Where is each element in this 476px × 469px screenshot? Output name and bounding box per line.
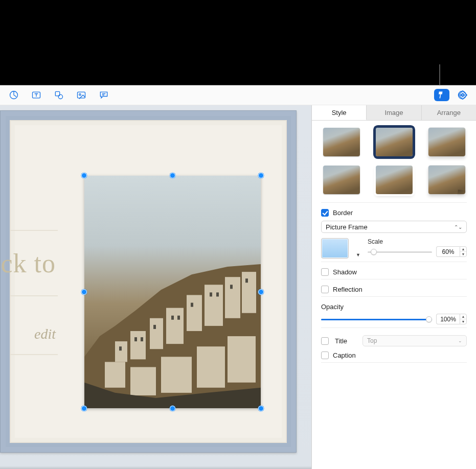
title-caption-section: Title Top ⌄ Caption — [321, 327, 467, 362]
tab-image[interactable]: Image — [367, 105, 421, 120]
title-placeholder[interactable]: ck to — [10, 230, 58, 296]
svg-rect-15 — [150, 318, 163, 349]
style-preset-6[interactable] — [428, 166, 465, 194]
chevron-updown-icon: ⌃⌄ — [454, 224, 462, 230]
svg-rect-30 — [171, 316, 174, 320]
svg-rect-16 — [166, 308, 184, 344]
scale-value[interactable]: 60% — [436, 246, 460, 257]
style-preset-4[interactable] — [323, 166, 360, 194]
resize-handle-bm[interactable] — [170, 406, 175, 411]
reflection-section: Reflection — [321, 279, 467, 296]
subtitle-text: edit — [34, 326, 56, 342]
selected-image[interactable] — [84, 176, 261, 408]
border-section: Border Picture Frame ⌃⌄ ▼ Scale — [321, 202, 467, 262]
svg-point-5 — [79, 94, 81, 96]
frame-popup-icon[interactable]: ▼ — [356, 252, 360, 257]
frame-swatch[interactable] — [321, 238, 349, 259]
style-preset-1[interactable] — [323, 128, 360, 156]
image-content — [84, 176, 261, 408]
slide-canvas[interactable]: ck to edit — [0, 105, 312, 469]
chart-icon[interactable] — [7, 88, 20, 102]
style-preset-5[interactable] — [376, 166, 413, 194]
resize-handle-ml[interactable] — [81, 289, 87, 295]
shadow-section: Shadow — [321, 262, 467, 279]
scale-label: Scale — [368, 238, 467, 245]
title-position-select[interactable]: Top ⌄ — [362, 335, 467, 346]
callout-line — [439, 64, 440, 85]
svg-rect-20 — [242, 272, 256, 313]
svg-rect-24 — [197, 346, 225, 388]
svg-rect-32 — [191, 302, 193, 307]
shadow-label: Shadow — [333, 268, 357, 276]
svg-rect-33 — [210, 292, 212, 296]
subtitle-placeholder[interactable]: edit — [10, 314, 58, 355]
svg-rect-14 — [130, 331, 146, 359]
svg-rect-35 — [230, 285, 233, 289]
reflection-label: Reflection — [333, 286, 362, 293]
tab-style[interactable]: Style — [312, 105, 367, 120]
inspector-tabs: Style Image Arrange — [312, 105, 476, 121]
opacity-label: Opacity — [321, 303, 467, 311]
title-label: Title — [335, 337, 356, 345]
svg-rect-21 — [105, 362, 125, 387]
shape-icon[interactable] — [52, 88, 65, 102]
image-style-presets — [321, 128, 467, 194]
style-preset-2[interactable] — [376, 128, 413, 156]
resize-handle-tm[interactable] — [170, 173, 175, 178]
svg-rect-17 — [187, 295, 202, 331]
svg-rect-31 — [177, 316, 180, 320]
chevron-down-icon: ⌄ — [458, 338, 462, 343]
document-inspector-button[interactable] — [457, 89, 469, 101]
svg-rect-28 — [141, 337, 143, 341]
svg-point-3 — [58, 95, 62, 99]
caption-checkbox[interactable] — [321, 351, 329, 359]
scale-slider[interactable] — [368, 248, 432, 256]
opacity-slider[interactable] — [321, 315, 432, 323]
media-icon[interactable] — [75, 88, 88, 102]
svg-rect-26 — [119, 346, 122, 350]
comment-icon[interactable] — [97, 88, 110, 102]
textbox-icon[interactable] — [30, 88, 43, 102]
svg-rect-25 — [228, 336, 256, 383]
svg-rect-13 — [115, 341, 127, 362]
svg-rect-22 — [130, 367, 156, 395]
svg-rect-27 — [134, 337, 137, 341]
resize-handle-bl[interactable] — [81, 406, 87, 411]
border-checkbox[interactable] — [321, 209, 329, 217]
title-position-value: Top — [367, 337, 377, 344]
resize-handle-br[interactable] — [258, 406, 264, 411]
border-label: Border — [333, 209, 353, 217]
title-checkbox[interactable] — [321, 337, 329, 345]
tab-arrange[interactable]: Arrange — [422, 105, 476, 120]
shadow-checkbox[interactable] — [321, 268, 329, 276]
toolbar — [0, 85, 476, 105]
title-text: ck to — [1, 248, 56, 278]
svg-rect-19 — [225, 277, 240, 318]
format-inspector-button[interactable] — [434, 89, 449, 101]
reflection-checkbox[interactable] — [321, 286, 329, 293]
resize-handle-tr[interactable] — [258, 173, 264, 178]
resize-handle-mr[interactable] — [258, 289, 264, 295]
opacity-section: Opacity 100% ▲▼ — [321, 296, 467, 327]
border-type-value: Picture Frame — [326, 223, 368, 231]
svg-rect-18 — [205, 285, 223, 326]
svg-rect-29 — [153, 325, 156, 329]
svg-rect-34 — [216, 292, 219, 296]
window-chrome-blackout — [0, 0, 476, 85]
opacity-value[interactable]: 100% — [436, 314, 460, 324]
style-preset-3[interactable] — [428, 128, 465, 156]
scale-stepper[interactable]: ▲▼ — [460, 246, 467, 257]
opacity-stepper[interactable]: ▲▼ — [460, 314, 467, 324]
caption-label: Caption — [333, 351, 356, 359]
format-inspector: Style Image Arrange Border Picture Frame — [312, 105, 476, 469]
svg-rect-36 — [245, 278, 248, 283]
resize-handle-tl[interactable] — [81, 173, 87, 178]
border-type-select[interactable]: Picture Frame ⌃⌄ — [321, 221, 467, 233]
svg-rect-23 — [161, 357, 192, 393]
